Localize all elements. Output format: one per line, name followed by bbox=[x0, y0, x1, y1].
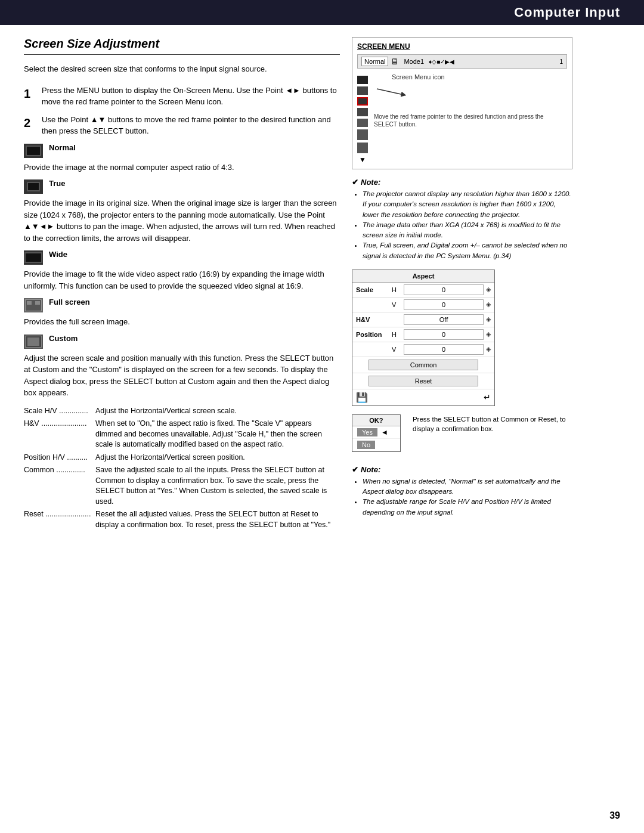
checkmark-icon-2: ✔ bbox=[352, 465, 358, 474]
return-icon: ↵ bbox=[484, 392, 491, 402]
def-reset-desc: Reset the all adjusted values. Press the… bbox=[95, 509, 340, 530]
mode-fullscreen: Full screen bbox=[24, 298, 340, 312]
aspect-hv-label: H&V bbox=[356, 316, 392, 323]
note1-item-1: The projector cannot display any resolut… bbox=[363, 189, 572, 220]
down-arrow-icon: ▼ bbox=[357, 156, 368, 164]
def-position: Position H/V .......... Adjust the Horiz… bbox=[24, 453, 340, 463]
reset-button[interactable]: Reset bbox=[369, 376, 478, 386]
aspect-scale-h-sub: H bbox=[392, 286, 404, 293]
menu-left-icons: ▼ bbox=[357, 73, 368, 164]
definition-list: Scale H/V .............. Adjust the Hori… bbox=[24, 406, 340, 531]
mode-custom: Custom bbox=[24, 334, 340, 349]
mode-normal: Normal bbox=[24, 143, 340, 158]
note1-item-3: True, Full screen, and Digital zoom +/– … bbox=[363, 240, 572, 261]
note1-header: ✔ Note: bbox=[352, 178, 572, 187]
menu-icon-1: 🖥 bbox=[391, 57, 399, 66]
mini-icon-1 bbox=[357, 76, 368, 84]
main-content: Screen Size Adjustment Select the desire… bbox=[0, 25, 644, 556]
mini-icon-4 bbox=[357, 108, 368, 116]
floppy-icon: 💾 bbox=[356, 392, 368, 403]
screen-menu-icon-label: Screen Menu icon bbox=[392, 73, 567, 80]
left-column: Screen Size Adjustment Select the desire… bbox=[24, 37, 340, 532]
def-common: Common .............. Save the adjusted … bbox=[24, 465, 340, 507]
true-label: True bbox=[49, 179, 65, 188]
aspect-scale-label: Scale bbox=[356, 286, 392, 293]
wide-label: Wide bbox=[49, 250, 67, 259]
aspect-pos-v-sub: V bbox=[392, 346, 404, 353]
aspect-scale-v-row: V 0 ◈ bbox=[352, 298, 494, 312]
header-title: Computer Input bbox=[514, 5, 620, 20]
ok-label-text: Press the SELECT button at Common or Res… bbox=[413, 414, 572, 433]
def-common-term: Common .............. bbox=[24, 465, 95, 507]
menu-bar: Normal 🖥 Mode1 ♦◇■✓▶◀ 1 bbox=[357, 54, 567, 69]
menu-mode1-item: Mode1 bbox=[401, 57, 426, 66]
pointer-arrow-svg bbox=[374, 83, 410, 101]
mini-icon-6 bbox=[357, 129, 368, 140]
normal-desc: Provide the image at the normal computer… bbox=[24, 162, 340, 174]
true-icon bbox=[24, 179, 43, 194]
screen-menu-diagram: ▼ Screen Menu icon bbox=[357, 73, 567, 164]
ok-title: OK? bbox=[352, 415, 400, 426]
def-reset: Reset ...................... Reset the a… bbox=[24, 509, 340, 530]
aspect-common-row: Common bbox=[352, 357, 494, 373]
custom-desc: Adjust the screen scale and position man… bbox=[24, 352, 340, 399]
step-2-text: Use the Point ▲▼ buttons to move the red… bbox=[42, 114, 340, 137]
common-button[interactable]: Common bbox=[369, 360, 478, 370]
aspect-pos-v-arrow: ◈ bbox=[486, 345, 491, 353]
yes-button[interactable]: Yes bbox=[357, 428, 377, 436]
def-position-term: Position H/V .......... bbox=[24, 453, 95, 463]
aspect-pos-v-value: 0 bbox=[404, 344, 484, 355]
wide-desc: Provide the image to fit the wide video … bbox=[24, 268, 340, 292]
def-hv-term: H&V ...................... bbox=[24, 419, 95, 450]
menu-normal-item: Normal bbox=[361, 57, 388, 66]
right-column: SCREEN MENU Normal 🖥 Mode1 ♦◇■✓▶◀ 1 bbox=[352, 37, 572, 532]
page-number: 39 bbox=[609, 810, 620, 821]
def-hv-desc: When set to "On," the aspect ratio is fi… bbox=[95, 419, 340, 450]
def-reset-term: Reset ...................... bbox=[24, 509, 95, 530]
step-1-num: 1 bbox=[24, 85, 36, 108]
note1-title: Note: bbox=[361, 178, 380, 187]
note-box-2: ✔ Note: When no signal is detected, "Nor… bbox=[352, 465, 572, 518]
def-scale: Scale H/V .............. Adjust the Hori… bbox=[24, 406, 340, 417]
step-2-num: 2 bbox=[24, 114, 36, 137]
aspect-pos-h-row: Position H 0 ◈ bbox=[352, 327, 494, 342]
note2-header: ✔ Note: bbox=[352, 465, 572, 474]
ok-dialog: OK? Yes ◄ No bbox=[352, 414, 401, 452]
aspect-scale-v-sub: V bbox=[392, 301, 404, 308]
step-2: 2 Use the Point ▲▼ buttons to move the r… bbox=[24, 114, 340, 137]
note1-list: The projector cannot display any resolut… bbox=[352, 189, 572, 261]
aspect-reset-row: Reset bbox=[352, 373, 494, 389]
fullscreen-label: Full screen bbox=[49, 298, 90, 306]
ok-yes-row: Yes ◄ bbox=[352, 426, 400, 439]
no-button[interactable]: No bbox=[357, 441, 375, 449]
note2-item-2: The adjustable range for Scale H/V and P… bbox=[363, 497, 572, 518]
aspect-pos-label: Position bbox=[356, 331, 392, 338]
aspect-scale-h-row: Scale H 0 ◈ bbox=[352, 283, 494, 298]
aspect-dialog: Aspect Scale H 0 ◈ V 0 ◈ H&V Off ◈ bbox=[352, 270, 495, 406]
step-1: 1 Press the MENU button to display the O… bbox=[24, 85, 340, 108]
aspect-footer: 💾 ↵ bbox=[352, 389, 494, 405]
true-desc: Provide the image in its original size. … bbox=[24, 197, 340, 244]
aspect-scale-v-arrow: ◈ bbox=[486, 301, 491, 308]
arrow-label: Move the red frame pointer to the desire… bbox=[374, 113, 567, 128]
section-title: Screen Size Adjustment bbox=[24, 37, 340, 55]
def-hv: H&V ...................... When set to "… bbox=[24, 419, 340, 450]
wide-icon bbox=[24, 250, 43, 265]
yes-arrow-icon: ◄ bbox=[381, 428, 388, 436]
mini-icon-2 bbox=[357, 86, 368, 95]
note1-item-2: The image data other than XGA (1024 x 76… bbox=[363, 220, 572, 241]
aspect-hv-value: Off bbox=[404, 314, 484, 325]
note-box-1: ✔ Note: The projector cannot display any… bbox=[352, 178, 572, 261]
mini-icon-3 bbox=[357, 97, 368, 106]
aspect-scale-h-value: 0 bbox=[404, 284, 484, 295]
menu-right-content: Screen Menu icon Move the red frame poin… bbox=[374, 73, 567, 164]
checkmark-icon-1: ✔ bbox=[352, 178, 358, 187]
page-header: Computer Input bbox=[0, 0, 644, 25]
mode-true: True bbox=[24, 179, 340, 194]
custom-label: Custom bbox=[49, 334, 78, 343]
fullscreen-desc: Provides the full screen image. bbox=[24, 316, 340, 328]
mode-wide: Wide bbox=[24, 250, 340, 265]
note2-list: When no signal is detected, "Normal" is … bbox=[352, 476, 572, 518]
aspect-scale-v-value: 0 bbox=[404, 299, 484, 310]
screen-menu-box: SCREEN MENU Normal 🖥 Mode1 ♦◇■✓▶◀ 1 bbox=[352, 37, 572, 169]
